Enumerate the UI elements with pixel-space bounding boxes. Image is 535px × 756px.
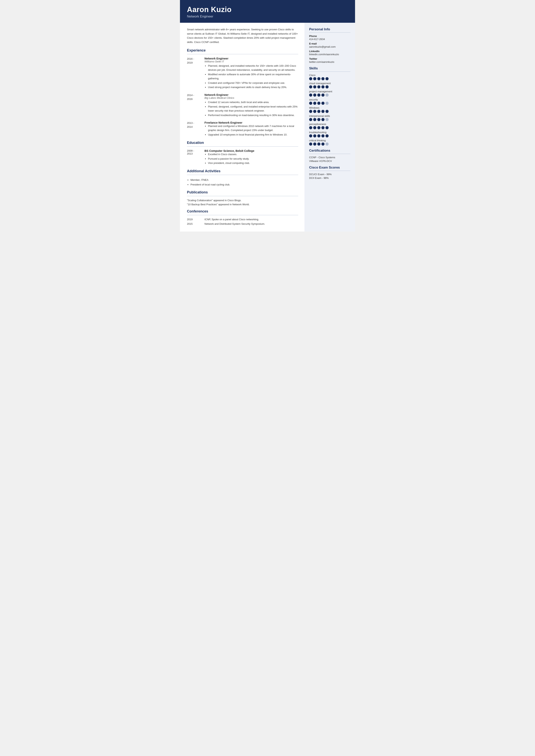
exp-bullet: Planned, designed, and installed network… (208, 64, 298, 72)
skill-item: security (309, 98, 351, 105)
certification-item: CCNP - Cisco Systems (309, 156, 351, 159)
exp-bullet: Planned and configured a Windows 2010 ne… (208, 124, 298, 132)
exp-dates: 2016 -2019 (187, 57, 205, 90)
skill-dot-filled (309, 110, 312, 113)
exp-job-title: Freelance Network Engineer (205, 121, 298, 124)
publications-section: "Scaling Collaboration" appeared in Cisc… (187, 199, 298, 206)
linkedin-value: linkedin.com/in/aaronkuzio (309, 53, 351, 56)
skill-dot-filled (322, 94, 324, 96)
experience-section: 2016 -2019Network EngineerWilliams-Seile… (187, 57, 298, 137)
publications-section-title: Publications (187, 190, 298, 194)
skill-dot-filled (317, 118, 321, 121)
skill-dot-filled (317, 134, 321, 137)
skill-dot-filled (309, 118, 312, 121)
edu-bullets: Excelled in Cisco classes.Pursued a pass… (205, 152, 298, 165)
skill-dot-empty (325, 118, 328, 121)
experience-section-title: Experience (187, 48, 298, 52)
phone-value: 414-617-2634 (309, 38, 351, 40)
skill-dots (309, 134, 351, 137)
skill-dot-filled (322, 143, 324, 146)
skill-dot-filled (313, 77, 316, 80)
exam-scores-section: DCUCI Exam - 99%DCII Exam - 98% (309, 173, 351, 179)
skill-item: critical thinking (309, 139, 351, 146)
skill-dots (309, 85, 351, 89)
skill-dots (309, 102, 351, 105)
publications-divider (187, 196, 298, 196)
skill-item: Cisco (309, 74, 351, 80)
skill-dot-filled (313, 110, 316, 113)
skill-item: interpersonal skills (309, 115, 351, 121)
phone-label: Phone (309, 35, 351, 38)
twitter-label: Twitter (309, 57, 351, 60)
publication-item: "Scaling Collaboration" appeared in Cisc… (187, 199, 298, 202)
skill-name: project management (309, 90, 351, 93)
skill-dot-filled (317, 110, 321, 113)
skill-dots (309, 118, 351, 121)
skill-dot-filled (325, 110, 328, 113)
skill-dot-filled (322, 118, 324, 121)
skill-dots (309, 94, 351, 96)
skill-dot-filled (325, 134, 328, 137)
activity-item: Member, ITNEA (190, 178, 298, 182)
exam-score-item: DCII Exam - 98% (309, 176, 351, 179)
exp-bullets: Planned, designed, and installed network… (205, 64, 298, 90)
edu-bullet: Vice president, cloud computing club. (208, 161, 298, 165)
skill-name: Windows (309, 106, 351, 109)
conference-year: 2015 (187, 222, 205, 225)
exp-dates: 2014 -2016 (187, 93, 205, 118)
exp-bullet: Used strong project management skills to… (208, 85, 298, 90)
skill-name: Cisco (309, 74, 351, 77)
certifications-title: Certifications (309, 149, 351, 152)
skill-name: critical thinking (309, 139, 351, 142)
skill-dots (309, 143, 351, 146)
skill-item: perceptiveness (309, 123, 351, 129)
activities-section-title: Additional Activities (187, 169, 298, 173)
skills-title: Skills (309, 67, 351, 70)
skill-dot-empty (325, 102, 328, 105)
exp-bullet: Created 12 secure networks, both local a… (208, 100, 298, 104)
skill-name: cloud management (309, 82, 351, 85)
edu-bullet: Excelled in Cisco classes. (208, 152, 298, 156)
certifications-divider (309, 154, 351, 154)
personal-info-title: Personal Info (309, 27, 351, 31)
skill-item: troubleshooting (309, 131, 351, 137)
skill-name: security (309, 98, 351, 101)
applicant-name: Aaron Kuzio (187, 6, 348, 14)
skill-item: cloud management (309, 82, 351, 89)
skill-dot-filled (309, 126, 312, 129)
resume-container: Aaron Kuzio Network Engineer Smart netwo… (180, 0, 355, 231)
phone-block: Phone 414-617-2634 (309, 35, 351, 40)
experience-item: 2016 -2019Network EngineerWilliams-Seile… (187, 57, 298, 90)
skill-item: Windows (309, 106, 351, 113)
skill-dot-filled (317, 102, 321, 105)
certification-item: VMware VCP6-DCV (309, 160, 351, 163)
exp-bullet: Planned, designed, configured, and insta… (208, 105, 298, 113)
experience-item: 2013 -2014Freelance Network EngineerPlan… (187, 121, 298, 137)
skill-dot-filled (322, 126, 324, 129)
skill-dot-filled (313, 102, 316, 105)
skill-dot-empty (325, 94, 328, 96)
skill-dot-filled (309, 77, 312, 80)
twitter-value: twitter.com/aaronkuzio (309, 61, 351, 63)
certifications-section: CCNP - Cisco SystemsVMware VCP6-DCV (309, 156, 351, 163)
skill-dot-filled (325, 126, 328, 129)
conference-text: Network and Distributed System Security … (205, 222, 298, 225)
skill-dot-filled (322, 102, 324, 105)
activity-item: President of local road cycling club. (190, 182, 298, 187)
education-section: 2009 -2013BS Computer Science, Beloit Co… (187, 149, 298, 166)
conference-text: ICNP, Spoke on a panel about Cisco netwo… (205, 218, 298, 221)
conference-item: 2015Network and Distributed System Secur… (187, 222, 298, 225)
activities-list: Member, ITNEAPresident of local road cyc… (187, 178, 298, 187)
conferences-divider (187, 215, 298, 215)
exp-company: Williams-Seile IT (205, 60, 298, 63)
skill-dot-filled (309, 102, 312, 105)
skill-dot-filled (313, 126, 316, 129)
exp-bullet: Created and configured 700+ VPNs for cor… (208, 81, 298, 85)
experience-divider (187, 54, 298, 54)
conference-item: 2019ICNP, Spoke on a panel about Cisco n… (187, 218, 298, 221)
skill-dot-empty (325, 143, 328, 146)
exp-bullets: Planned and configured a Windows 2010 ne… (205, 124, 298, 137)
skill-dot-filled (313, 143, 316, 146)
skill-dot-filled (317, 126, 321, 129)
skill-dot-filled (317, 77, 321, 80)
